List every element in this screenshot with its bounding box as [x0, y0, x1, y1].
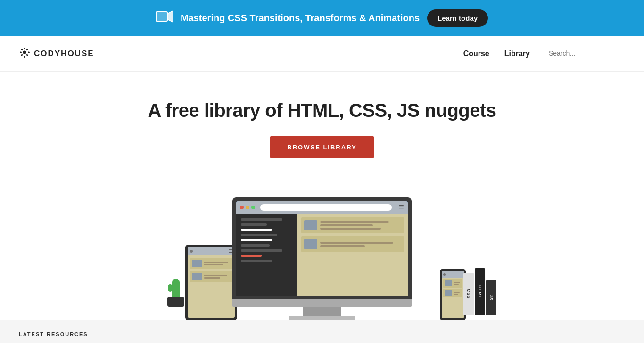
video-icon — [156, 10, 173, 26]
desktop-monitor: ☰ — [232, 197, 412, 320]
js-book: JS — [486, 280, 496, 315]
latest-resources-title: LATEST RESOURCES — [19, 331, 88, 337]
logo-icon — [19, 47, 30, 61]
learn-today-button[interactable]: Learn today — [427, 9, 488, 27]
cactus-decoration — [167, 279, 184, 307]
search-input[interactable] — [545, 48, 625, 59]
books-decoration: CSS HTML JS — [463, 268, 496, 315]
logo-text: CODYHOUSE — [34, 49, 94, 58]
hero-illustration: ☰ — [138, 181, 506, 320]
phone-device — [440, 269, 466, 320]
latest-resources-section: LATEST RESOURCES — [0, 320, 644, 343]
browse-library-button[interactable]: BROWSE LIBRARY — [270, 136, 373, 158]
hero-section: A free library of HTML, CSS, JS nuggets … — [0, 72, 644, 320]
logo-link[interactable]: CODYHOUSE — [19, 47, 94, 61]
nav-library-link[interactable]: Library — [504, 49, 530, 58]
nav-links: Course Library — [463, 48, 625, 59]
hero-title: A free library of HTML, CSS, JS nuggets — [148, 100, 496, 121]
svg-marker-1 — [167, 11, 173, 22]
navbar: CODYHOUSE Course Library — [0, 36, 644, 72]
svg-rect-0 — [156, 12, 167, 21]
nav-course-link[interactable]: Course — [463, 49, 489, 58]
promo-banner: Mastering CSS Transitions, Transforms & … — [0, 0, 644, 36]
tablet-device: ☰ — [185, 245, 237, 320]
banner-promo-text: Mastering CSS Transitions, Transforms & … — [181, 13, 420, 24]
svg-point-2 — [23, 50, 26, 54]
html-book: HTML — [475, 268, 485, 315]
css-book: CSS — [463, 273, 474, 315]
